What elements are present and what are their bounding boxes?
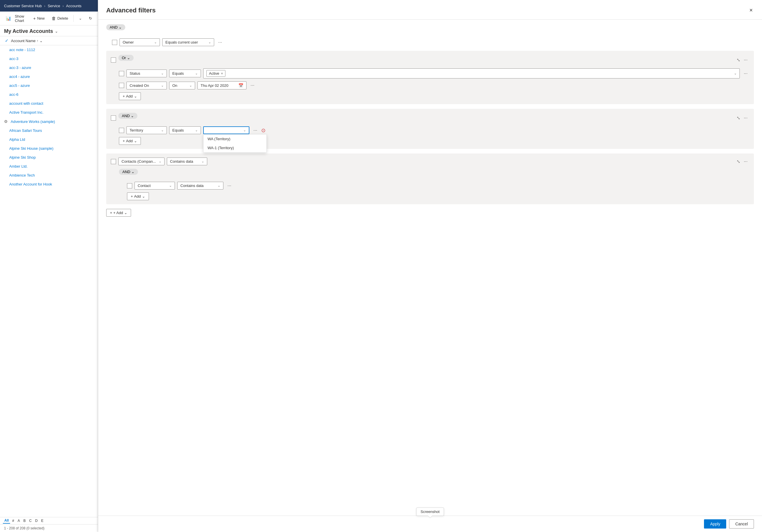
delete-label: Delete [57, 16, 68, 21]
territory-more-button[interactable]: ··· [252, 127, 259, 134]
alpha-c[interactable]: C [28, 518, 33, 523]
status-checkbox[interactable] [119, 71, 124, 76]
alpha-d[interactable]: D [34, 518, 39, 523]
contact-checkbox[interactable] [127, 183, 132, 188]
status-more-button[interactable]: ··· [742, 70, 749, 77]
alpha-hash[interactable]: # [11, 518, 16, 523]
or-group-actions: ⤡ ··· [736, 57, 749, 63]
owner-checkbox[interactable] [112, 40, 117, 45]
and-operator-badge[interactable]: AND ⌄ [118, 113, 137, 119]
created-on-operator-select[interactable]: On ⌄ [169, 82, 195, 90]
collapse-and-group-icon[interactable]: ⤡ [736, 115, 740, 121]
root-add-chevron: ⌄ [124, 211, 127, 215]
territory-option-wa[interactable]: WA (Territory) [203, 134, 267, 143]
list-item[interactable]: acc-3 - azure [0, 63, 98, 72]
top-and-operator[interactable]: AND ⌄ [106, 24, 125, 30]
top-and-label: AND [110, 25, 117, 30]
contact-more-button[interactable]: ··· [226, 183, 233, 189]
delete-button[interactable]: 🗑 Delete [49, 15, 71, 22]
created-on-op-chevron: ⌄ [190, 84, 192, 88]
and-group-add-button[interactable]: + Add ⌄ [119, 137, 141, 145]
contacts-more-button[interactable]: ··· [742, 159, 749, 165]
or-group-left: Or ⌄ [111, 55, 134, 65]
and-group-more-button[interactable]: ··· [742, 115, 749, 121]
contact-operator-select[interactable]: Contains data ⌄ [177, 182, 223, 189]
list-item[interactable]: Alpha Ltd [0, 135, 98, 144]
list-item[interactable]: Amber Ltd. [0, 162, 98, 171]
or-operator-badge[interactable]: Or ⌄ [118, 55, 134, 61]
list-item[interactable]: acc-6 [0, 90, 98, 99]
territory-field-select[interactable]: Territory ⌄ [126, 126, 167, 134]
list-item[interactable]: African Safari Tours [0, 126, 98, 135]
or-group-checkbox[interactable] [111, 57, 116, 63]
list-item[interactable]: acc4 - azure [0, 72, 98, 81]
status-value-select[interactable]: Active × ⌄ [203, 68, 740, 79]
list-item[interactable]: acc-3 [0, 54, 98, 63]
show-chart-button[interactable]: 📊 Show Chart [3, 13, 29, 24]
top-and-chevron: ⌄ [118, 25, 122, 30]
list-item[interactable]: account with contact [0, 99, 98, 108]
created-on-checkbox[interactable] [119, 83, 124, 88]
account-name-col-header[interactable]: Account Name ↑ ⌄ [11, 39, 43, 43]
territory-dropdown: WA (Territory) WA-1 (Territory) [203, 134, 267, 153]
cancel-button[interactable]: Cancel [729, 519, 754, 529]
and-filter-group: AND ⌄ ⤡ ··· Territory ⌄ Equals ⌄ [106, 109, 754, 149]
contact-field-select[interactable]: Contact ⌄ [134, 182, 175, 189]
and-group-header: AND ⌄ ⤡ ··· [111, 113, 749, 123]
alpha-a[interactable]: A [16, 518, 21, 523]
or-group-add-button[interactable]: + Add ⌄ [119, 92, 141, 100]
list-item[interactable]: Another Account for Hook [0, 180, 98, 189]
owner-field-select[interactable]: Owner ⌄ [119, 38, 160, 46]
or-add-chevron: ⌄ [134, 94, 137, 99]
owner-operator-label: Equals current user [165, 40, 198, 44]
status-field-chevron: ⌄ [161, 72, 164, 75]
list-item[interactable]: Alpine Ski Shop [0, 153, 98, 162]
refresh-button[interactable]: ↻ [86, 15, 95, 22]
sort-asc-icon: ↑ [37, 39, 38, 42]
status-field-select[interactable]: Status ⌄ [126, 70, 167, 77]
apply-button[interactable]: Apply [704, 519, 726, 529]
root-add-button[interactable]: + + Add ⌄ [106, 209, 131, 217]
status-active-remove[interactable]: × [221, 72, 223, 76]
plus-icon: + [123, 94, 125, 99]
and-operator-chevron: ⌄ [131, 114, 134, 118]
created-on-field-select[interactable]: Created On ⌄ [126, 82, 167, 90]
col-filter-chevron[interactable]: ⌄ [39, 39, 43, 43]
contacts-field-select[interactable]: Contacts (Compan... ⌄ [118, 158, 165, 165]
list-item[interactable]: Active Transport Inc. [0, 108, 98, 117]
list-item[interactable]: acc5 - azure [0, 81, 98, 90]
territory-value-select[interactable]: ⌄ [203, 126, 249, 134]
territory-option-wa1[interactable]: WA-1 (Territory) [203, 143, 267, 152]
created-on-date-input[interactable]: Thu Apr 02 2020 📅 [197, 81, 247, 90]
contacts-inner-add-button[interactable]: + Add ⌄ [127, 192, 149, 200]
contacts-inner-and-badge[interactable]: AND ⌄ [119, 169, 138, 175]
dropdown-more-button[interactable]: ⌄ [76, 15, 85, 22]
contacts-operator-select[interactable]: Contains data ⌄ [167, 158, 207, 165]
alpha-all[interactable]: All [3, 518, 10, 524]
contacts-group-checkbox[interactable] [111, 159, 116, 164]
territory-checkbox[interactable] [119, 128, 124, 133]
or-group-more-button[interactable]: ··· [742, 57, 749, 63]
alpha-b[interactable]: B [22, 518, 27, 523]
view-title-chevron[interactable]: ⌄ [55, 29, 58, 33]
owner-more-button[interactable]: ··· [216, 39, 224, 45]
refresh-icon: ↻ [89, 16, 92, 21]
list-item[interactable]: Alpine Ski House (sample) [0, 144, 98, 153]
collapse-or-group-icon[interactable]: ⤡ [736, 57, 740, 63]
account-list: acc note - 1112 acc-3 acc-3 - azure acc4… [0, 45, 98, 517]
select-all-checkbox[interactable]: ✓ [4, 38, 9, 43]
new-button[interactable]: + New [30, 15, 48, 22]
status-operator-select[interactable]: Equals ⌄ [169, 70, 201, 77]
modal-close-button[interactable]: × [748, 6, 754, 15]
alpha-e[interactable]: E [39, 518, 45, 523]
created-on-more-button[interactable]: ··· [249, 82, 256, 89]
territory-operator-select[interactable]: Equals ⌄ [169, 126, 201, 134]
and-add-label: Add [126, 139, 133, 143]
contacts-filter-group: Contacts (Compan... ⌄ Contains data ⌄ ⤡ … [106, 154, 754, 204]
and-group-checkbox[interactable] [111, 115, 116, 121]
collapse-contacts-icon[interactable]: ⤡ [736, 159, 740, 164]
list-item[interactable]: acc note - 1112 [0, 45, 98, 54]
list-item[interactable]: ⚙ Adventure Works (sample) [0, 117, 98, 126]
list-item[interactable]: Ambience Tech [0, 171, 98, 180]
owner-operator-select[interactable]: Equals current user ⌄ [162, 38, 214, 46]
